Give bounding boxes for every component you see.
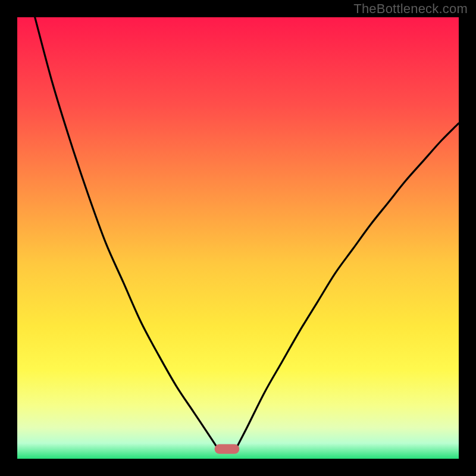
highlight-pill [215,444,240,454]
chart-plot-area [17,17,459,459]
gradient-background [17,17,459,459]
chart-svg [17,17,459,459]
outer-frame: TheBottleneck.com [0,0,476,476]
watermark-text: TheBottleneck.com [353,1,468,17]
